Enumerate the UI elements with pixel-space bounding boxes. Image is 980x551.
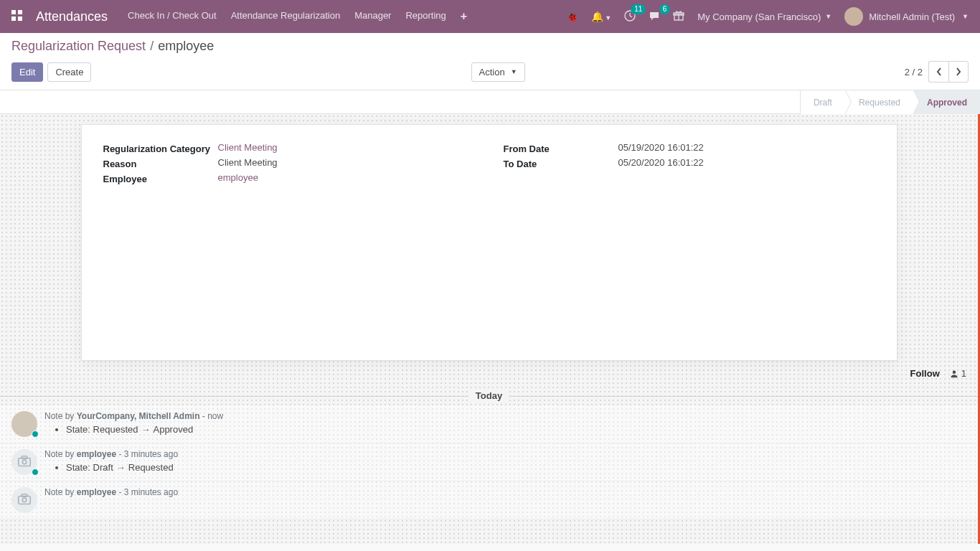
svg-rect-11 xyxy=(22,456,27,459)
breadcrumb-current: employee xyxy=(158,39,214,54)
svg-point-13 xyxy=(22,498,27,502)
msg-time: 3 minutes ago xyxy=(124,487,178,497)
messages-badge: 6 xyxy=(659,4,671,14)
msg-author[interactable]: employee xyxy=(77,487,116,497)
value-to-date: 05/20/2020 16:01:22 xyxy=(618,157,875,168)
nav-links: Check In / Check Out Attendance Regulari… xyxy=(128,10,467,23)
value-reason: Client Meeting xyxy=(218,157,475,168)
edit-button[interactable]: Edit xyxy=(11,62,43,82)
breadcrumb-sep: / xyxy=(150,39,154,54)
debug-icon[interactable]: 🐞 xyxy=(566,11,578,22)
arrow-icon: → xyxy=(141,424,150,435)
notifications-icon[interactable]: 🔔▼ xyxy=(591,11,611,22)
msg-time: now xyxy=(207,411,223,421)
user-menu[interactable]: Mitchell Admin (Test) ▼ xyxy=(844,7,969,26)
msg-author[interactable]: YourCompany, Mitchell Admin xyxy=(77,411,200,421)
person-icon xyxy=(950,369,958,378)
apps-icon[interactable] xyxy=(11,10,24,23)
nav-checkin[interactable]: Check In / Check Out xyxy=(128,10,217,23)
arrow-icon: → xyxy=(116,462,126,473)
value-employee[interactable]: employee xyxy=(218,172,258,183)
label-employee: Employee xyxy=(103,172,218,184)
follower-count[interactable]: 1 xyxy=(950,368,966,379)
message-item: Note by employee - 3 minutes ago State: … xyxy=(0,443,978,481)
svg-point-8 xyxy=(953,370,956,374)
svg-rect-1 xyxy=(18,10,22,14)
systray: 🐞 🔔▼ 11 6 My Company (San Francisco)▼ Mi… xyxy=(566,7,969,26)
pager-next[interactable] xyxy=(948,61,969,83)
action-dropdown[interactable]: Action▼ xyxy=(471,62,525,82)
form-sheet: Regularization Category Client Meeting R… xyxy=(81,124,897,361)
label-reason: Reason xyxy=(103,157,218,169)
follow-button[interactable]: Follow xyxy=(910,368,940,379)
activities-icon[interactable]: 11 xyxy=(624,10,636,24)
label-category: Regularization Category xyxy=(103,142,218,154)
msg-content: State: Requested→Approved xyxy=(44,424,966,435)
msg-avatar-icon xyxy=(11,487,37,513)
nav-manager[interactable]: Manager xyxy=(354,10,391,23)
msg-author[interactable]: employee xyxy=(77,449,116,459)
msg-header: Note by employee - 3 minutes ago xyxy=(44,487,966,497)
breadcrumb: Regularization Request / employee xyxy=(11,39,969,54)
svg-rect-3 xyxy=(18,17,22,21)
company-switcher[interactable]: My Company (San Francisco)▼ xyxy=(697,11,831,22)
app-title[interactable]: Attendances xyxy=(36,9,108,24)
msg-avatar-icon xyxy=(11,449,37,475)
chatter-header: Follow 1 xyxy=(0,361,978,386)
message-item: Note by YourCompany, Mitchell Admin - no… xyxy=(0,405,978,443)
status-approved[interactable]: Approved xyxy=(913,90,980,114)
msg-header: Note by employee - 3 minutes ago xyxy=(44,449,966,459)
date-separator: Today xyxy=(0,390,978,401)
status-draft[interactable]: Draft xyxy=(800,90,845,114)
value-from-date: 05/19/2020 16:01:22 xyxy=(618,142,875,153)
status-bar: Draft Requested Approved xyxy=(0,90,980,114)
msg-content: State: Draft→Requested xyxy=(44,462,966,473)
value-category[interactable]: Client Meeting xyxy=(218,142,278,153)
msg-time: 3 minutes ago xyxy=(124,449,178,459)
msg-avatar-icon xyxy=(11,411,37,437)
nav-add[interactable]: + xyxy=(461,10,467,23)
chatter-body: Today Note by YourCompany, Mitchell Admi… xyxy=(0,390,978,519)
pager-text[interactable]: 2 / 2 xyxy=(905,67,923,77)
svg-point-10 xyxy=(22,460,27,464)
svg-rect-0 xyxy=(11,10,16,14)
status-requested[interactable]: Requested xyxy=(845,90,913,114)
svg-rect-2 xyxy=(11,17,16,21)
msg-header: Note by YourCompany, Mitchell Admin - no… xyxy=(44,411,966,421)
gift-icon[interactable] xyxy=(673,10,684,24)
activities-badge: 11 xyxy=(631,4,646,14)
messages-icon[interactable]: 6 xyxy=(649,10,660,24)
control-panel: Regularization Request / employee Edit C… xyxy=(0,33,980,90)
user-avatar-icon xyxy=(844,7,863,26)
pager-prev[interactable] xyxy=(928,61,948,83)
breadcrumb-root[interactable]: Regularization Request xyxy=(11,39,146,54)
label-to-date: To Date xyxy=(504,157,618,169)
label-from-date: From Date xyxy=(504,142,618,154)
svg-rect-14 xyxy=(22,494,27,497)
message-item: Note by employee - 3 minutes ago xyxy=(0,481,978,519)
create-button[interactable]: Create xyxy=(47,62,91,82)
nav-regularization[interactable]: Attendance Regularization xyxy=(231,10,341,23)
top-nav: Attendances Check In / Check Out Attenda… xyxy=(0,0,980,33)
nav-reporting[interactable]: Reporting xyxy=(405,10,446,23)
form-background: Regularization Category Client Meeting R… xyxy=(0,114,980,544)
